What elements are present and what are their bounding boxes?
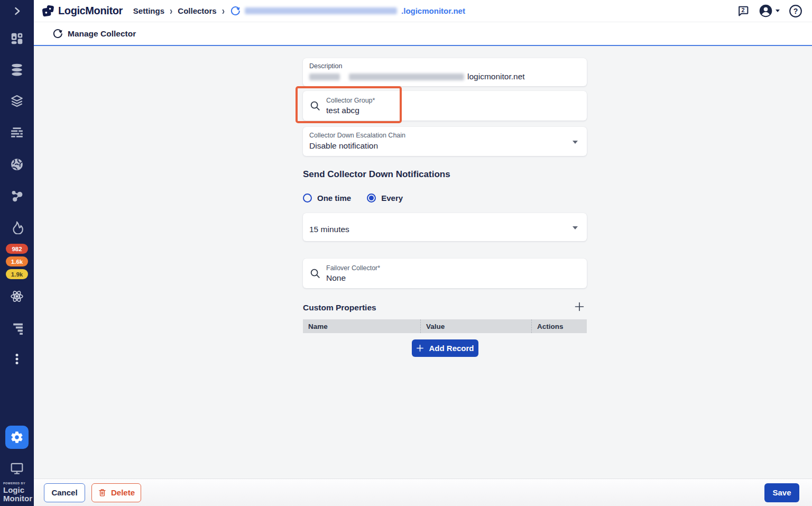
radio-every[interactable]: Every — [367, 194, 403, 203]
breadcrumb-separator-icon: › — [222, 5, 225, 17]
main-content: Description logicmonitor.net Collector G… — [34, 46, 812, 479]
powered-by-line2: Monitor — [3, 494, 32, 502]
custom-properties-heading: Custom Properties — [303, 303, 376, 312]
collector-group-value: test abcg — [326, 106, 375, 115]
cancel-button[interactable]: Cancel — [44, 483, 85, 502]
reports-icon[interactable] — [10, 321, 24, 335]
powered-by-logo: POWERED BY Logic Monitor — [3, 482, 32, 502]
notifications-heading: Send Collector Down Notifications — [303, 169, 587, 180]
alert-badge-error[interactable]: 1.6k — [6, 256, 28, 266]
save-button[interactable]: Save — [764, 483, 799, 502]
breadcrumb: Settings › Collectors › .logicmonitor.ne… — [133, 6, 465, 16]
column-header-name: Name — [303, 319, 421, 333]
alert-badge-critical[interactable]: 982 — [6, 244, 28, 254]
manage-collector-icon — [52, 29, 63, 39]
messages-icon[interactable]: 2 — [736, 4, 750, 17]
search-icon — [309, 268, 321, 279]
redacted-collector-name — [245, 7, 397, 14]
svg-text:?: ? — [793, 6, 798, 15]
left-nav-sidebar: 982 1.6k 1.9k POWERED BY Logic Monitor — [0, 0, 34, 506]
trash-icon — [98, 488, 107, 497]
settings-gear-icon-active[interactable] — [5, 426, 29, 449]
collector-icon — [230, 6, 241, 16]
column-header-actions: Actions — [532, 319, 587, 333]
app-window: 982 1.6k 1.9k POWERED BY Logic Monitor L… — [0, 0, 812, 506]
collector-group-field[interactable]: Collector Group* test abcg — [303, 91, 587, 121]
powered-by-line1: Logic — [3, 486, 32, 494]
radio-every-label: Every — [381, 194, 403, 203]
breadcrumb-current-collector[interactable]: .logicmonitor.net — [230, 6, 465, 16]
radio-one-time-label: One time — [317, 194, 351, 203]
search-icon — [309, 100, 321, 112]
logo-text: LogicMonitor — [58, 5, 123, 17]
breadcrumb-settings[interactable]: Settings — [133, 6, 164, 15]
column-header-value: Value — [421, 319, 532, 333]
more-options-icon[interactable] — [10, 352, 24, 366]
interval-select[interactable]: 15 minutes — [303, 213, 587, 241]
redacted-description-text — [349, 73, 464, 80]
top-bar: LogicMonitor Settings › Collectors › .lo… — [34, 0, 812, 22]
message-count: 2 — [741, 7, 744, 13]
custom-properties-header: Custom Properties — [303, 301, 587, 314]
resources-icon[interactable] — [10, 63, 24, 77]
failover-collector-field[interactable]: Failover Collector* None — [303, 259, 587, 288]
user-avatar[interactable] — [759, 4, 780, 18]
escalation-chain-select[interactable]: Collector Down Escalation Chain Disable … — [303, 127, 587, 156]
dashboards-icon[interactable] — [10, 32, 24, 45]
plus-icon — [416, 344, 425, 353]
topology-map-icon[interactable] — [10, 189, 24, 203]
powered-by-eyebrow: POWERED BY — [3, 482, 32, 485]
radio-circle-icon — [367, 194, 376, 203]
radio-circle-icon — [303, 194, 312, 203]
delete-label: Delete — [111, 488, 135, 497]
escalation-chain-value: Disable notification — [309, 141, 580, 151]
footer-action-bar: Cancel Delete Save — [34, 479, 812, 506]
add-record-label: Add Record — [429, 344, 474, 353]
description-value-suffix: logicmonitor.net — [467, 72, 525, 81]
logs-icon[interactable] — [10, 126, 24, 140]
help-icon[interactable]: ? — [789, 4, 802, 18]
breadcrumb-collectors[interactable]: Collectors — [178, 6, 216, 15]
redacted-description-text — [309, 73, 340, 80]
websites-globe-icon[interactable] — [10, 158, 24, 171]
description-field[interactable]: Description logicmonitor.net — [303, 58, 587, 86]
avatar-dropdown-caret-icon — [776, 10, 780, 12]
collector-group-label: Collector Group* — [326, 97, 375, 104]
logicmonitor-logo-icon — [41, 4, 55, 18]
alerts-flame-icon[interactable] — [10, 220, 24, 234]
failover-collector-value: None — [326, 273, 380, 283]
notification-frequency-options: One time Every — [303, 194, 587, 203]
modules-layers-icon[interactable] — [10, 94, 24, 108]
aiops-atom-icon[interactable] — [10, 289, 24, 303]
breadcrumb-separator-icon: › — [170, 5, 172, 17]
escalation-chain-label: Collector Down Escalation Chain — [309, 132, 580, 139]
failover-collector-label: Failover Collector* — [326, 264, 380, 272]
collector-form: Description logicmonitor.net Collector G… — [303, 58, 587, 357]
chevron-down-icon — [573, 226, 578, 229]
page-header: Manage Collector — [34, 22, 812, 46]
interval-value: 15 minutes — [309, 225, 580, 234]
radio-one-time[interactable]: One time — [303, 194, 351, 203]
add-property-plus-icon[interactable] — [574, 301, 585, 314]
logicmonitor-logo[interactable]: LogicMonitor — [41, 4, 123, 18]
chevron-down-icon — [573, 141, 578, 144]
alert-badge-warning[interactable]: 1.9k — [6, 269, 28, 279]
expand-sidebar-icon[interactable] — [12, 6, 22, 16]
page-title: Manage Collector — [68, 29, 136, 39]
remote-session-monitor-icon[interactable] — [10, 462, 24, 475]
description-label: Description — [309, 62, 580, 70]
delete-button[interactable]: Delete — [91, 483, 141, 502]
custom-properties-table-header: Name Value Actions — [303, 319, 587, 333]
topbar-actions: 2 ? — [736, 4, 802, 18]
collector-domain-suffix: .logicmonitor.net — [401, 6, 465, 15]
add-record-button[interactable]: Add Record — [412, 339, 478, 357]
